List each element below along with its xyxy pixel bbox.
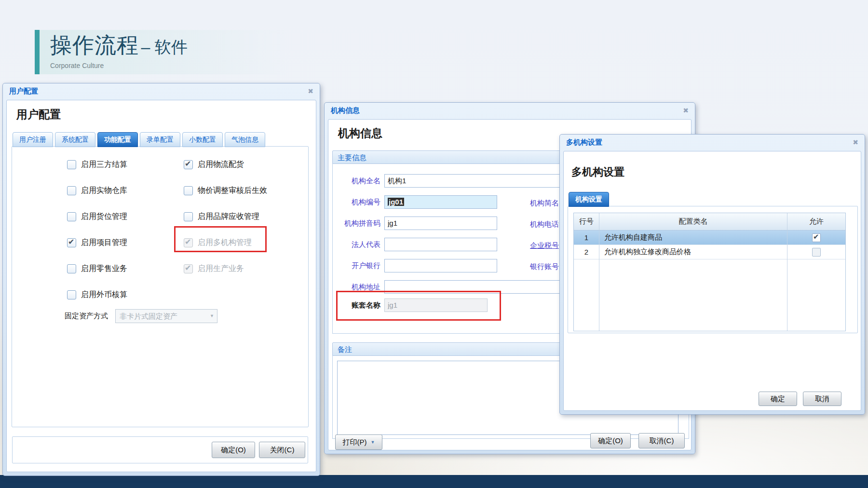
config-name: 允许机构自建商品 xyxy=(599,230,787,245)
dialog-heading: 用户配置 xyxy=(16,107,61,122)
checkbox-brand-receivable[interactable]: 启用品牌应收管理 xyxy=(184,212,259,222)
slide-title-block: 操作流程 – 软件 Corporate Culture xyxy=(35,30,188,74)
table-row[interactable]: 2 允许机构独立修改商品价格 xyxy=(574,245,845,259)
checkbox-icon xyxy=(67,160,76,169)
slide-footer-bar xyxy=(0,475,868,488)
field-label-org-pinyin: 机构拼音码 xyxy=(330,217,380,230)
cancel-button[interactable]: 取消 xyxy=(803,392,841,406)
user-config-titlebar: 用户配置 ✖ xyxy=(3,83,320,99)
checkbox-production-business[interactable]: 启用生产业务 xyxy=(184,264,244,274)
checkbox-label: 启用三方结算 xyxy=(81,160,127,170)
checkbox-logistics-distribution[interactable]: 启用物流配货 xyxy=(184,160,244,170)
field-label-bank: 开户银行 xyxy=(330,259,380,272)
title-accent-bar xyxy=(35,30,40,74)
user-config-panel: 用户配置 用户注册 系统配置 功能配置 录单配置 小数配置 气泡信息 启用三方结… xyxy=(6,100,316,472)
ok-button[interactable]: 确定 xyxy=(759,392,797,406)
multi-org-titlebar: 多机构设置 ✖ xyxy=(560,135,865,150)
dialog-heading: 多机构设置 xyxy=(571,165,624,179)
dialog-heading: 机构信息 xyxy=(338,126,382,141)
checkbox-label: 启用货位管理 xyxy=(81,212,127,222)
checkbox-price-adjust-audit[interactable]: 物价调整审核后生效 xyxy=(184,186,267,196)
checkbox-project-management[interactable]: 启用项目管理 xyxy=(67,238,127,248)
multi-org-tabs: 机构设置 xyxy=(569,192,611,207)
checkbox-icon xyxy=(67,212,76,221)
close-icon[interactable]: ✖ xyxy=(308,88,313,95)
column-header-config-name: 配置类名 xyxy=(599,213,787,230)
print-button[interactable]: 打印(P) ▼ xyxy=(335,434,382,450)
close-button[interactable]: 关闭(C) xyxy=(259,442,305,458)
window-title: 机构信息 xyxy=(331,106,360,115)
checkbox-label: 启用零售业务 xyxy=(81,264,127,274)
checkbox-icon xyxy=(184,186,193,195)
page-title: 操作流程 – 软件 xyxy=(50,31,188,60)
allow-checkbox[interactable] xyxy=(812,248,821,257)
checkbox-icon xyxy=(67,290,76,299)
tab-org-settings[interactable]: 机构设置 xyxy=(569,192,609,207)
fixed-asset-label: 固定资产方式 xyxy=(10,309,108,323)
checkbox-icon xyxy=(67,238,76,247)
tab-bubble-info[interactable]: 气泡信息 xyxy=(225,132,265,147)
fixed-asset-value: 非卡片式固定资产 xyxy=(120,312,177,320)
tab-system-config[interactable]: 系统配置 xyxy=(55,132,95,147)
highlight-box-account-set xyxy=(336,291,501,321)
checkbox-label: 物价调整审核后生效 xyxy=(198,186,267,196)
checkbox-icon xyxy=(67,186,76,195)
fixed-asset-select[interactable]: 非卡片式固定资产 ▼ xyxy=(115,309,217,323)
column-header-allow: 允许 xyxy=(787,213,845,230)
checkbox-icon xyxy=(184,212,193,221)
close-icon[interactable]: ✖ xyxy=(683,107,689,114)
checkbox-physical-warehouse[interactable]: 启用实物仓库 xyxy=(67,186,127,196)
cancel-button[interactable]: 取消(C) xyxy=(638,433,685,448)
checkbox-foreign-currency[interactable]: 启用外币核算 xyxy=(67,290,127,300)
org-pinyin-input[interactable] xyxy=(384,217,497,230)
slide-canvas: 操作流程 – 软件 Corporate Culture 用户配置 ✖ 用户配置 … xyxy=(0,0,868,488)
checkbox-retail-business[interactable]: 启用零售业务 xyxy=(67,264,127,274)
row-number: 2 xyxy=(574,245,599,259)
checkbox-icon xyxy=(184,264,193,273)
field-label-org-code: 机构编号 xyxy=(330,195,380,209)
selected-text: jg01 xyxy=(388,198,404,206)
org-code-input[interactable]: jg01 xyxy=(384,195,497,209)
field-label-legal-rep: 法人代表 xyxy=(330,238,380,251)
chevron-down-icon: ▼ xyxy=(371,440,375,445)
window-title: 用户配置 xyxy=(9,87,38,96)
checkbox-label: 启用项目管理 xyxy=(81,238,127,248)
window-title: 多机构设置 xyxy=(566,138,602,147)
checkbox-label: 启用生产业务 xyxy=(198,264,244,274)
ok-button[interactable]: 确定(O) xyxy=(212,442,255,458)
column-header-row-no: 行号 xyxy=(574,213,599,230)
checkbox-label: 启用品牌应收管理 xyxy=(198,212,259,222)
table-empty-area xyxy=(574,259,845,331)
config-name: 允许机构独立修改商品价格 xyxy=(599,245,787,259)
user-config-tabs: 用户注册 系统配置 功能配置 录单配置 小数配置 气泡信息 xyxy=(13,132,267,147)
ok-button[interactable]: 确定(O) xyxy=(590,433,631,448)
config-table: 行号 配置类名 允许 1 允许机构自建商品 2 允许机构独立修改商品价格 xyxy=(573,213,846,331)
checkbox-icon xyxy=(67,264,76,273)
print-button-label: 打印(P) xyxy=(343,438,367,447)
page-subtitle: Corporate Culture xyxy=(50,62,188,69)
table-header-row: 行号 配置类名 允许 xyxy=(574,213,845,230)
bank-input[interactable] xyxy=(384,259,497,272)
checkbox-third-party-settle[interactable]: 启用三方结算 xyxy=(67,160,127,170)
legal-rep-input[interactable] xyxy=(384,238,497,251)
field-label-org-fullname: 机构全名 xyxy=(330,174,380,188)
user-config-window: 用户配置 ✖ 用户配置 用户注册 系统配置 功能配置 录单配置 小数配置 气泡信… xyxy=(2,83,320,476)
tab-entry-config[interactable]: 录单配置 xyxy=(140,132,180,147)
org-fullname-input[interactable] xyxy=(384,174,563,188)
tab-user-register[interactable]: 用户注册 xyxy=(13,132,53,147)
table-row[interactable]: 1 允许机构自建商品 xyxy=(574,230,845,245)
checkbox-icon xyxy=(184,160,193,169)
checkbox-label: 启用物流配货 xyxy=(198,160,244,170)
multi-org-window: 多机构设置 ✖ 多机构设置 机构设置 行号 配置类名 允许 1 允许机构自建商品 xyxy=(559,134,865,415)
checkbox-bin-management[interactable]: 启用货位管理 xyxy=(67,212,127,222)
close-icon[interactable]: ✖ xyxy=(853,139,858,146)
checkbox-label: 启用实物仓库 xyxy=(81,186,127,196)
org-info-titlebar: 机构信息 ✖ xyxy=(325,103,695,118)
chevron-down-icon: ▼ xyxy=(210,310,214,323)
row-number: 1 xyxy=(574,230,599,245)
tab-decimal-config[interactable]: 小数配置 xyxy=(182,132,223,147)
checkbox-label: 启用外币核算 xyxy=(81,290,127,300)
allow-checkbox[interactable] xyxy=(812,233,821,242)
highlight-box-multi-org xyxy=(174,226,267,252)
tab-function-config[interactable]: 功能配置 xyxy=(97,132,138,147)
